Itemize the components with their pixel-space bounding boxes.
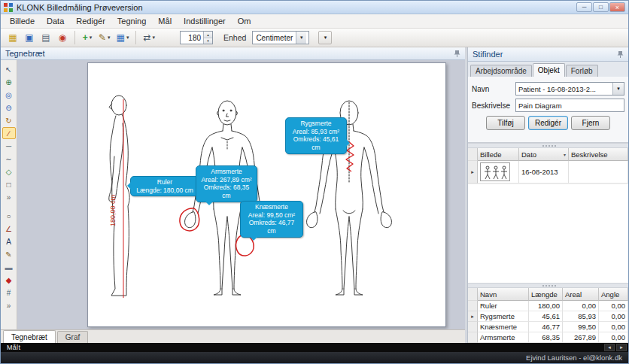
column-billede[interactable]: Billede (478, 148, 519, 161)
spin-up-icon[interactable]: ▴ (204, 32, 212, 38)
drawing-panel-header: Tegnebræt (1, 47, 465, 60)
callout-armsmerte[interactable]: Armsmerte Areal: 267,89 cm² Omkreds: 68,… (196, 165, 257, 202)
transform-dropdown-button[interactable]: ⇄▾ (141, 30, 157, 45)
measure-name-cell[interactable]: Rygsmerte (478, 311, 529, 322)
menu-rediger[interactable]: Redigér (70, 15, 111, 27)
print-button[interactable]: ▤ (38, 30, 53, 45)
rectangle-tool[interactable]: □ (2, 178, 16, 190)
save-button[interactable]: ▣ (22, 30, 37, 45)
add-button[interactable]: Tilføj (486, 116, 525, 130)
diagram-page[interactable]: 180,00 cm Ruler Længde: 180,00 cm Armsme… (87, 62, 446, 327)
grid-tool[interactable]: # (2, 287, 16, 299)
menu-data[interactable]: Data (41, 15, 70, 27)
chevron-more-icon: » (7, 193, 11, 202)
size-spinner[interactable]: 180 ▴ ▾ (180, 31, 213, 44)
polygon-tool[interactable]: ◇ (2, 165, 16, 177)
description-cell[interactable] (569, 161, 628, 184)
size-value[interactable]: 180 (181, 32, 203, 44)
ellipse-tool[interactable]: ○ (2, 210, 16, 222)
rotate-tool[interactable]: ↻ (2, 114, 16, 126)
pin-icon[interactable] (454, 50, 460, 57)
dropdown-arrow-icon[interactable]: ▾ (612, 83, 624, 95)
zoom-out-icon: ⊖ (5, 104, 11, 112)
tools-overflow-button[interactable]: » (2, 191, 16, 203)
horizontal-splitter[interactable] (468, 143, 628, 148)
drawing-canvas[interactable]: 180,00 cm Ruler Længde: 180,00 cm Armsme… (17, 60, 465, 329)
tab-tegnebraet[interactable]: Tegnebræt (3, 330, 56, 343)
column-beskrivelse[interactable]: Beskrivelse (569, 148, 628, 161)
column-laengde[interactable]: Længde (529, 288, 563, 301)
measure-row[interactable]: Armsmerte 68,35 267,89 0,00 (468, 332, 628, 343)
measure-length-cell: 45,61 (529, 311, 563, 322)
ruler-tool[interactable]: ∕ (2, 127, 16, 139)
scroll-left-button[interactable]: ◄ (604, 344, 615, 351)
maximize-button[interactable]: □ (593, 2, 609, 12)
open-image-button[interactable]: ▦ (5, 30, 20, 45)
main-area: Tegnebræt ↖ ⊕ ◎ ⊖ ↻ ∕ ─ ∼ ◇ □ » ○ ∠ (1, 47, 628, 343)
pan-tool[interactable]: ⊕ (2, 76, 16, 88)
zoom-out-tool[interactable]: ⊖ (2, 102, 16, 114)
remove-button[interactable]: Fjern (571, 116, 610, 130)
menu-maal[interactable]: Mål (152, 15, 178, 27)
column-navn[interactable]: Navn (478, 288, 529, 301)
unit-select[interactable]: Centimeter ▾ (252, 31, 309, 44)
draw-dropdown-button[interactable]: ✎▾ (96, 30, 113, 45)
mode-status-label: Målt (1, 344, 20, 351)
eraser-tool[interactable]: ▬ (2, 261, 16, 273)
measure-name-cell[interactable]: Armsmerte (478, 332, 529, 343)
menu-tegning[interactable]: Tegning (111, 15, 153, 27)
zoom-in-tool[interactable]: ◎ (2, 89, 16, 101)
column-angle[interactable]: Angle (599, 288, 628, 301)
minimize-button[interactable]: ─ (576, 2, 592, 12)
app-logo-icon (4, 3, 13, 12)
menu-indstillinger[interactable]: Indstillinger (178, 15, 232, 27)
select-tool[interactable]: ↖ (2, 63, 16, 75)
measure-name-cell[interactable]: Ruler (478, 301, 529, 311)
measure-row[interactable]: ▸ Rygsmerte 45,61 85,93 0,00 (468, 311, 628, 322)
table-dropdown-button[interactable]: ▦▾ (114, 30, 132, 45)
color-picker-tool[interactable]: ◆ (2, 274, 16, 286)
column-areal[interactable]: Areal (563, 288, 599, 301)
close-button[interactable]: × (609, 2, 625, 12)
measure-row[interactable]: Knæsmerte 46,77 99,50 0,00 (468, 322, 628, 332)
curve-tool[interactable]: ∼ (2, 153, 16, 165)
line-tool[interactable]: ─ (2, 140, 16, 152)
callout-line: Areal: 99,50 cm² (244, 211, 299, 220)
tab-objekt[interactable]: Objekt (533, 63, 565, 77)
tab-label: Objekt (538, 66, 560, 74)
patient-select[interactable]: Patient - 16-08-2013-2... ▾ (515, 82, 624, 96)
angle-tool[interactable]: ∠ (2, 223, 16, 235)
measure-name-cell[interactable]: Knæsmerte (478, 322, 529, 332)
menu-om[interactable]: Om (232, 15, 257, 27)
tools-overflow-button-2[interactable]: » (2, 299, 16, 311)
tab-graf[interactable]: Graf (57, 331, 88, 343)
title-bar[interactable]: KLONK Billedmåling Prøveversion ─ □ × (1, 1, 628, 14)
more-options-dropdown[interactable]: ▾ (318, 31, 332, 44)
description-field[interactable]: Pain Diagram (515, 99, 624, 112)
dropdown-arrow-icon[interactable]: ▾ (296, 32, 306, 44)
date-cell[interactable]: 16-08-2013 (519, 161, 569, 184)
pin-icon[interactable] (617, 50, 624, 58)
scroll-left-icon: ◄ (607, 345, 612, 350)
measure-row[interactable]: Ruler 180,00 0,00 0,00 (468, 301, 628, 311)
column-dato[interactable]: Dato▾ (519, 148, 569, 161)
tab-forloeb[interactable]: Forløb (566, 65, 598, 77)
color-button[interactable]: ◉ (55, 30, 70, 45)
menu-billede[interactable]: Billede (4, 15, 41, 27)
scroll-right-button[interactable]: ► (616, 344, 627, 351)
image-thumbnail-cell[interactable] (478, 161, 519, 184)
select-cursor-icon: ↖ (5, 65, 11, 74)
canvas-tabbar: Tegnebræt Graf (1, 329, 465, 343)
callout-knaesmerte[interactable]: Knæsmerte Areal: 99,50 cm² Omkreds: 46,7… (240, 201, 303, 238)
tab-arbejdsomraade[interactable]: Arbejdsområde (470, 65, 532, 77)
spin-down-icon[interactable]: ▾ (204, 38, 212, 44)
add-dropdown-button[interactable]: +▾ (80, 30, 95, 45)
text-tool[interactable]: A (2, 235, 16, 247)
image-row[interactable]: ▸ 16-08-2013 (468, 161, 628, 184)
pencil-tool[interactable]: ✎ (2, 248, 16, 260)
callout-ruler[interactable]: Ruler Længde: 180,00 cm (130, 176, 199, 196)
horizontal-splitter[interactable] (468, 283, 628, 288)
edit-button[interactable]: Redigér (528, 116, 568, 130)
ruler-icon: ∕ (8, 129, 10, 138)
callout-rygsmerte[interactable]: Rygsmerte Areal: 85,93 cm² Omkreds: 45,6… (285, 117, 347, 154)
